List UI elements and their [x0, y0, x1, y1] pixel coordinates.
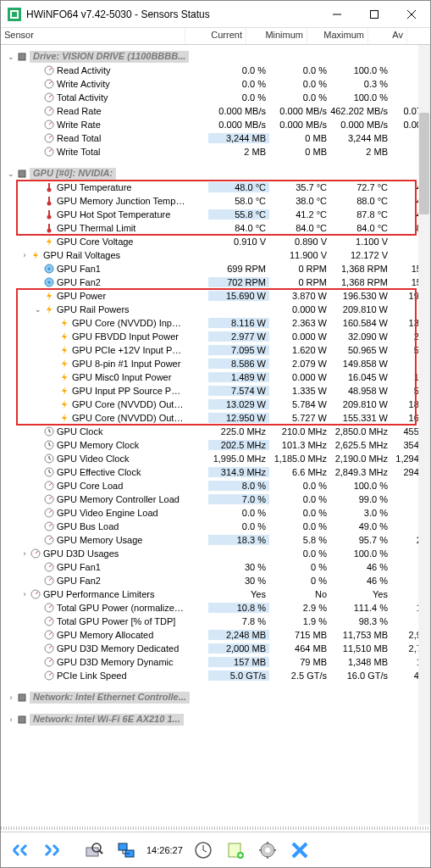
gauge-icon [43, 520, 55, 532]
sensor-value: 1,368 RPM [330, 277, 391, 287]
sensor-value: 2 MB [208, 147, 269, 157]
sensor-row[interactable]: Write Activity0.0 %0.0 %0.3 %0 [1, 77, 430, 91]
sensor-row[interactable]: GPU Temperature48.0 °C35.7 °C72.7 °C45 [1, 181, 430, 194]
sensor-row[interactable]: GPU 8-pin #1 Input Power8.586 W2.079 W14… [1, 357, 430, 370]
close-button[interactable] [393, 2, 430, 27]
group-header[interactable]: ⌄Drive: VISION DRIVE (1100BBBB... [1, 50, 430, 64]
bolt-icon [58, 331, 70, 342]
sensor-row[interactable]: GPU Thermal Limit84.0 °C84.0 °C84.0 °C84 [1, 221, 430, 235]
expand-toggle[interactable]: › [19, 549, 30, 558]
sensor-value: 12.172 V [330, 250, 391, 260]
sensor-row[interactable]: GPU Effective Clock314.9 MHz6.6 MHz2,849… [1, 465, 430, 479]
sensor-label: GPU PCIe +12V Input Power [72, 345, 185, 355]
maximize-button[interactable] [356, 2, 393, 27]
header-maximum[interactable]: Maximum [307, 28, 368, 44]
expand-all-button[interactable] [6, 836, 36, 865]
sensor-row[interactable]: GPU Fan1699 RPM0 RPM1,368 RPM150 [1, 262, 430, 275]
sensor-value: 50.965 W [330, 345, 391, 355]
bolt-icon [58, 412, 70, 424]
sensor-row[interactable]: Write Rate0.000 MB/s0.000 MB/s0.000 MB/s… [1, 118, 430, 131]
sensor-row[interactable]: GPU Memory Allocated2,248 MB715 MB11,753… [1, 628, 430, 642]
expand-toggle[interactable]: › [19, 251, 30, 259]
network-button[interactable] [111, 836, 141, 865]
header-sensor[interactable]: Sensor [1, 28, 185, 44]
sensor-value: 0.000 W [269, 372, 330, 382]
expand-toggle[interactable]: ⌄ [6, 170, 16, 178]
expand-toggle[interactable]: › [19, 590, 30, 598]
sensor-row[interactable]: GPU Power15.690 W3.870 W196.530 W19.2 [1, 289, 430, 303]
sensor-row[interactable]: Read Total3,244 MB0 MB3,244 MB [1, 131, 430, 145]
sensor-row[interactable]: GPU Core (NVVDD) Output P...13.029 W5.78… [1, 398, 430, 411]
sensor-row[interactable]: GPU Memory Junction Temperature58.0 °C38… [1, 194, 430, 208]
minimize-button[interactable] [318, 2, 356, 27]
sensor-value: 6.6 MHz [269, 467, 330, 477]
sensor-row[interactable]: GPU Core Load8.0 %0.0 %100.0 %0 [1, 479, 430, 492]
sensor-row[interactable]: GPU Fan2702 RPM0 RPM1,368 RPM150 [1, 275, 430, 289]
sensor-row[interactable]: GPU Clock225.0 MHz210.0 MHz2,850.0 MHz45… [1, 425, 430, 438]
clock-button[interactable] [188, 836, 218, 865]
gauge-icon [43, 629, 55, 641]
sensor-value: 210.0 MHz [269, 426, 330, 437]
svg-line-74 [49, 659, 52, 662]
vertical-scrollbar[interactable] [418, 45, 430, 825]
sensor-row[interactable]: GPU Video Clock1,995.0 MHz1,185.0 MHz2,1… [1, 452, 430, 465]
sensor-row[interactable]: GPU Memory Controller Load7.0 %0.0 %99.0… [1, 492, 430, 506]
gauge-icon [30, 548, 41, 559]
sensor-row[interactable]: GPU Core (NVVDD) Output P...12.950 W5.72… [1, 411, 430, 425]
group-header[interactable]: ›Network: Intel Wi-Fi 6E AX210 1... [1, 713, 430, 726]
sensor-row[interactable]: Total GPU Power (normalized) [...10.8 %2… [1, 601, 430, 615]
sensor-row[interactable]: GPU Video Engine Load0.0 %0.0 %3.0 %0 [1, 506, 430, 520]
sensor-row[interactable]: GPU Memory Clock202.5 MHz101.3 MHz2,625.… [1, 438, 430, 452]
header-average[interactable]: Av [368, 28, 407, 44]
sensor-value: 0.000 MB/s [269, 120, 330, 130]
sensor-row[interactable]: GPU Misc0 Input Power1.489 W0.000 W16.04… [1, 370, 430, 384]
collapse-all-button[interactable] [38, 836, 69, 865]
sensor-row[interactable]: ›GPU Performance LimitersYesNoYes [1, 587, 430, 601]
svg-point-30 [47, 229, 52, 233]
sensor-row[interactable]: Read Activity0.0 %0.0 %100.0 %0 [1, 64, 430, 77]
expand-toggle[interactable]: › [6, 715, 16, 724]
bolt-icon [58, 371, 70, 383]
sensor-row[interactable]: Read Rate0.000 MB/s0.000 MB/s462.202 MB/… [1, 104, 430, 118]
expand-toggle[interactable]: ⌄ [33, 305, 43, 314]
settings-button[interactable] [252, 836, 283, 865]
sensor-row[interactable]: GPU Memory Usage18.3 %5.8 %95.7 %24 [1, 533, 430, 547]
sensor-value: 0 % [269, 576, 330, 586]
sensor-value: 95.7 % [330, 535, 391, 545]
sensor-row[interactable]: GPU D3D Memory Dedicated2,000 MB464 MB11… [1, 642, 430, 655]
sensor-row[interactable]: ⌄GPU Rail Powers0.000 W209.810 W [1, 303, 430, 316]
sensor-row[interactable]: GPU FBVDD Input Power2.977 W0.000 W32.09… [1, 330, 430, 343]
sensor-row[interactable]: Total GPU Power [% of TDP]7.8 %1.9 %98.3… [1, 615, 430, 628]
sensor-value: 3.0 % [330, 508, 391, 518]
header-current[interactable]: Current [185, 28, 246, 44]
sensor-row[interactable]: ›GPU D3D Usages0.0 %100.0 % [1, 547, 430, 560]
sensor-row[interactable]: ›GPU Rail Voltages11.900 V12.172 V [1, 248, 430, 262]
log-button[interactable] [220, 836, 251, 865]
sensor-row[interactable]: GPU Core Voltage0.910 V0.890 V1.100 V0 [1, 235, 430, 248]
close-sensors-button[interactable] [285, 836, 315, 865]
header-minimum[interactable]: Minimum [246, 28, 307, 44]
group-header[interactable]: ⌄GPU [#0]: NVIDIA: [1, 167, 430, 181]
group-label: Drive: VISION DRIVE (1100BBBB... [30, 51, 189, 63]
sensor-tree[interactable]: ⌄Drive: VISION DRIVE (1100BBBB...Read Ac… [1, 45, 430, 825]
sensor-row[interactable]: GPU Hot Spot Temperature55.8 °C41.2 °C87… [1, 208, 430, 221]
sensor-row[interactable]: GPU Core (NVVDD) Input Po...8.116 W2.363… [1, 316, 430, 330]
scrollbar-thumb[interactable] [419, 113, 429, 214]
sensor-value: 72.7 °C [330, 182, 391, 192]
titlebar: HWiNFO64 v7.42-5030 - Sensors Status [1, 1, 430, 28]
sensor-row[interactable]: GPU Fan130 %0 %46 % [1, 560, 430, 574]
sensor-row[interactable]: GPU Input PP Source Power (...7.574 W1.3… [1, 384, 430, 398]
sensor-row[interactable]: Write Total2 MB0 MB2 MB [1, 145, 430, 159]
sensor-value: 12.950 W [208, 413, 269, 423]
group-header[interactable]: ›Network: Intel Ethernet Controlle... [1, 691, 430, 704]
find-sensor-button[interactable] [79, 836, 109, 865]
svg-line-62 [49, 578, 52, 581]
sensor-row[interactable]: GPU D3D Memory Dynamic157 MB79 MB1,348 M… [1, 655, 430, 669]
sensor-row[interactable]: GPU Fan230 %0 %46 % [1, 574, 430, 587]
sensor-row[interactable]: GPU PCIe +12V Input Power7.095 W1.620 W5… [1, 343, 430, 357]
expand-toggle[interactable]: ⌄ [6, 53, 16, 61]
sensor-row[interactable]: PCIe Link Speed5.0 GT/s2.5 GT/s16.0 GT/s… [1, 669, 430, 682]
sensor-row[interactable]: GPU Bus Load0.0 %0.0 %49.0 %0 [1, 520, 430, 533]
expand-toggle[interactable]: › [6, 693, 16, 702]
sensor-row[interactable]: Total Activity0.0 %0.0 %100.0 %0 [1, 91, 430, 104]
